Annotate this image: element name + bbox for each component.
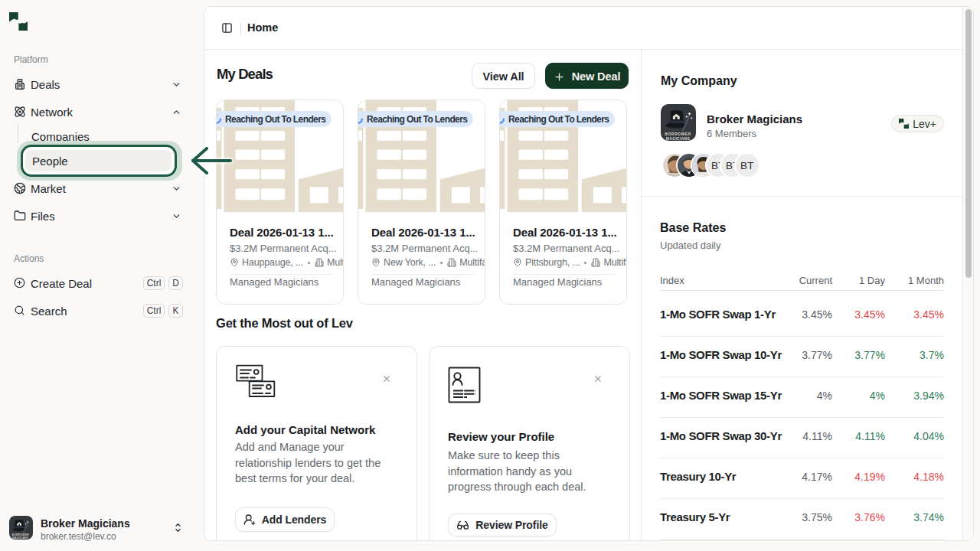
svg-text:MAGICIANS: MAGICIANS [12, 536, 28, 540]
svg-text:MAGICIANS: MAGICIANS [666, 136, 691, 141]
